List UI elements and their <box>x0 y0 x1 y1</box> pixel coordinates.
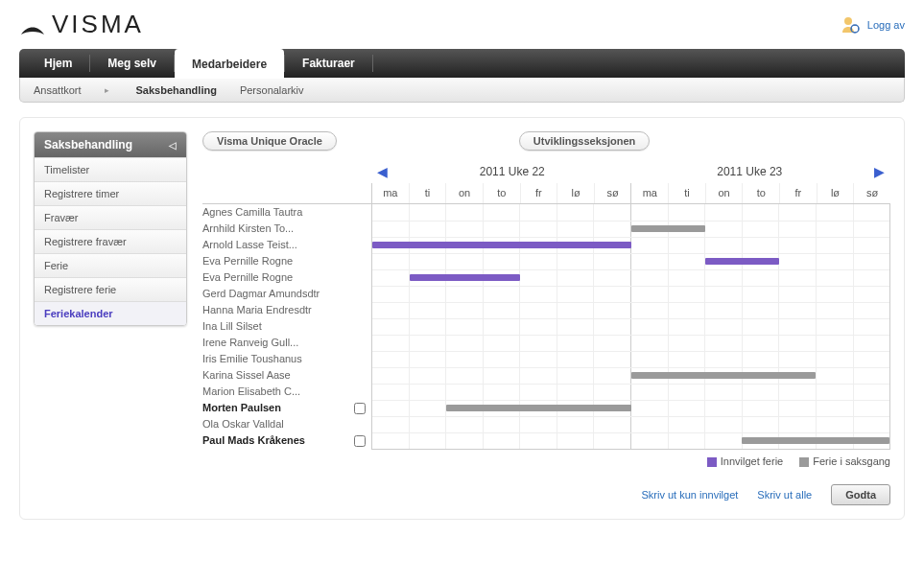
calendar-cell[interactable] <box>409 222 446 237</box>
calendar-cell[interactable] <box>483 417 520 432</box>
calendar-cell[interactable] <box>409 401 446 416</box>
calendar-cell[interactable] <box>519 287 557 302</box>
calendar-cell[interactable] <box>445 204 483 221</box>
sidebar-title[interactable]: Saksbehandling ◁ <box>35 132 186 157</box>
calendar-cell[interactable] <box>668 287 705 302</box>
calendar-cell[interactable] <box>519 385 557 400</box>
calendar-cell[interactable] <box>519 204 557 221</box>
calendar-cell[interactable] <box>372 287 409 302</box>
calendar-cell[interactable] <box>519 303 557 318</box>
calendar-cell[interactable] <box>668 352 705 367</box>
calendar-cell[interactable] <box>630 336 668 351</box>
calendar-cell[interactable] <box>668 319 705 335</box>
calendar-cell[interactable] <box>816 303 853 318</box>
calendar-cell[interactable] <box>668 303 705 318</box>
calendar-cell[interactable] <box>630 270 668 286</box>
calendar-cell[interactable] <box>853 254 890 269</box>
calendar-cell[interactable] <box>445 336 483 351</box>
calendar-cell[interactable] <box>445 303 483 318</box>
calendar-cell[interactable] <box>483 319 520 335</box>
calendar-cell[interactable] <box>630 417 668 432</box>
calendar-cell[interactable] <box>372 352 409 367</box>
calendar-cell[interactable] <box>557 303 594 318</box>
calendar-cell[interactable] <box>519 352 557 367</box>
calendar-cell[interactable] <box>742 303 779 318</box>
calendar-cell[interactable] <box>742 238 779 253</box>
calendar-cell[interactable] <box>483 385 520 400</box>
calendar-cell[interactable] <box>519 336 557 351</box>
calendar-cell[interactable] <box>704 385 742 400</box>
calendar-cell[interactable] <box>816 352 853 367</box>
calendar-cell[interactable] <box>630 287 668 302</box>
calendar-cell[interactable] <box>704 319 742 335</box>
calendar-cell[interactable] <box>742 385 779 400</box>
calendar-cell[interactable] <box>853 319 890 335</box>
vacation-bar-approved[interactable] <box>372 242 631 248</box>
calendar-cell[interactable] <box>742 319 779 335</box>
calendar-cell[interactable] <box>816 385 853 400</box>
calendar-cell[interactable] <box>668 401 705 416</box>
calendar-cell[interactable] <box>668 254 705 269</box>
calendar-cell[interactable] <box>593 204 630 221</box>
calendar-cell[interactable] <box>483 222 520 237</box>
calendar-cell[interactable] <box>816 417 853 432</box>
calendar-cell[interactable] <box>593 254 630 269</box>
calendar-cell[interactable] <box>704 336 742 351</box>
main-nav-medarbeidere[interactable]: Medarbeidere <box>175 49 284 79</box>
calendar-cell[interactable] <box>630 238 668 253</box>
calendar-cell[interactable] <box>557 287 594 302</box>
calendar-cell[interactable] <box>593 385 630 400</box>
calendar-cell[interactable] <box>704 417 742 432</box>
calendar-cell[interactable] <box>445 287 483 302</box>
calendar-cell[interactable] <box>853 385 890 400</box>
calendar-cell[interactable] <box>445 433 483 449</box>
calendar-cell[interactable] <box>668 417 705 432</box>
calendar-cell[interactable] <box>557 352 594 367</box>
sidebar-item-feriekalender[interactable]: Feriekalender <box>35 301 186 325</box>
calendar-cell[interactable] <box>778 238 816 253</box>
calendar-cell[interactable] <box>816 254 853 269</box>
calendar-cell[interactable] <box>630 254 668 269</box>
calendar-cell[interactable] <box>593 222 630 237</box>
calendar-cell[interactable] <box>593 352 630 367</box>
calendar-cell[interactable] <box>778 319 816 335</box>
sidebar-item-ferie[interactable]: Ferie <box>35 253 186 277</box>
calendar-cell[interactable] <box>519 417 557 432</box>
calendar-cell[interactable] <box>519 368 557 384</box>
calendar-cell[interactable] <box>445 385 483 400</box>
calendar-cell[interactable] <box>853 352 890 367</box>
calendar-cell[interactable] <box>742 417 779 432</box>
sub-nav-ansattkort[interactable]: Ansattkort <box>34 84 82 96</box>
calendar-cell[interactable] <box>519 222 557 237</box>
calendar-cell[interactable] <box>778 204 816 221</box>
calendar-cell[interactable] <box>778 417 816 432</box>
main-nav-meg-selv[interactable]: Meg selv <box>90 49 174 78</box>
calendar-cell[interactable] <box>372 204 409 221</box>
calendar-cell[interactable] <box>704 352 742 367</box>
calendar-cell[interactable] <box>778 254 816 269</box>
calendar-cell[interactable] <box>816 287 853 302</box>
calendar-cell[interactable] <box>557 319 594 335</box>
calendar-cell[interactable] <box>557 368 594 384</box>
calendar-cell[interactable] <box>778 385 816 400</box>
dept-selector[interactable]: Utviklingsseksjonen <box>519 131 650 151</box>
calendar-cell[interactable] <box>853 222 890 237</box>
calendar-cell[interactable] <box>630 204 668 221</box>
calendar-cell[interactable] <box>668 204 705 221</box>
calendar-cell[interactable] <box>409 287 446 302</box>
calendar-cell[interactable] <box>593 287 630 302</box>
calendar-cell[interactable] <box>409 368 446 384</box>
calendar-cell[interactable] <box>668 433 705 449</box>
calendar-cell[interactable] <box>630 401 668 416</box>
calendar-cell[interactable] <box>593 417 630 432</box>
calendar-cell[interactable] <box>483 204 520 221</box>
calendar-cell[interactable] <box>778 287 816 302</box>
calendar-cell[interactable] <box>778 352 816 367</box>
calendar-cell[interactable] <box>483 368 520 384</box>
sidebar-item-registrere-timer[interactable]: Registrere timer <box>35 181 186 205</box>
calendar-cell[interactable] <box>778 336 816 351</box>
calendar-cell[interactable] <box>557 385 594 400</box>
calendar-cell[interactable] <box>816 319 853 335</box>
calendar-cell[interactable] <box>816 401 853 416</box>
sidebar-item-registrere-fravær[interactable]: Registrere fravær <box>35 229 186 253</box>
